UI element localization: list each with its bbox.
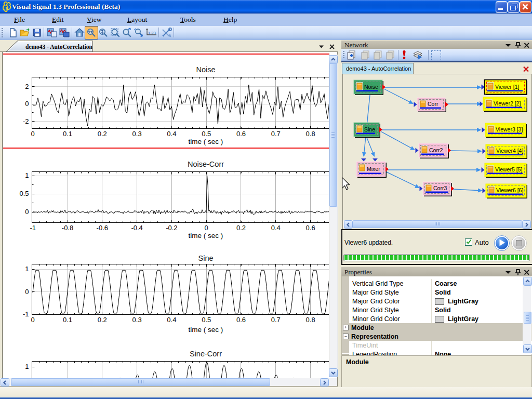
svg-text:1: 1: [25, 171, 29, 179]
svg-text:0.6: 0.6: [236, 130, 246, 138]
svg-text:Sine-Corr: Sine-Corr: [190, 350, 222, 358]
svg-text:Sine: Sine: [364, 126, 375, 132]
svg-text:0.4: 0.4: [271, 224, 281, 232]
svg-text:Mixer: Mixer: [367, 166, 380, 172]
svg-text:0.2: 0.2: [236, 224, 246, 232]
svg-text:1: 1: [25, 363, 29, 370]
svg-text:0.1: 0.1: [63, 316, 72, 324]
svg-text:time ( sec ): time ( sec ): [189, 138, 223, 145]
svg-text:0: 0: [31, 130, 35, 138]
svg-text:0.5: 0.5: [202, 130, 211, 138]
svg-text:0.3: 0.3: [132, 316, 142, 324]
svg-text:0.3: 0.3: [132, 130, 142, 138]
svg-text:Viewer3 [3]: Viewer3 [3]: [496, 126, 523, 132]
svg-text:0.4: 0.4: [167, 316, 176, 324]
svg-text:Corr3: Corr3: [433, 185, 447, 191]
svg-text:Corr2: Corr2: [429, 147, 443, 153]
svg-text:0.1: 0.1: [63, 130, 72, 138]
svg-text:0.6: 0.6: [306, 224, 315, 232]
svg-text:-0.6: -0.6: [97, 224, 108, 232]
svg-text:0.5: 0.5: [202, 316, 211, 324]
svg-text:0.7: 0.7: [271, 316, 281, 324]
svg-text:0.8: 0.8: [306, 316, 315, 324]
svg-text:Viewer4 [4]: Viewer4 [4]: [496, 148, 523, 154]
svg-text:-0.8: -0.8: [62, 224, 73, 232]
svg-text:Noise: Noise: [364, 84, 378, 90]
svg-text:0: 0: [205, 224, 208, 232]
svg-text:0.4: 0.4: [167, 130, 176, 138]
svg-text:0: 0: [25, 100, 29, 108]
svg-text:-1: -1: [30, 224, 36, 232]
svg-text:0: 0: [31, 316, 35, 324]
svg-text:-2: -2: [23, 117, 29, 125]
svg-text:Corr: Corr: [428, 101, 438, 107]
svg-text:-1: -1: [23, 310, 29, 318]
svg-text:0.2: 0.2: [98, 316, 107, 324]
svg-text:Viewer5 [5]: Viewer5 [5]: [495, 166, 522, 172]
svg-text:0: 0: [25, 208, 29, 216]
svg-text:0.8: 0.8: [306, 130, 315, 138]
svg-text:Viewer [1]: Viewer [1]: [495, 84, 520, 90]
svg-text:Viewer2 [2]: Viewer2 [2]: [494, 100, 521, 107]
svg-text:-0.2: -0.2: [166, 224, 177, 232]
svg-text:Viewer6 [6]: Viewer6 [6]: [496, 187, 523, 193]
svg-text:Noise-Corr: Noise-Corr: [188, 160, 224, 168]
svg-text:0.7: 0.7: [271, 130, 281, 138]
svg-text:2: 2: [25, 83, 29, 90]
svg-text:1: 1: [25, 265, 29, 273]
svg-text:0.5: 0.5: [19, 190, 29, 197]
svg-text:time ( sec ): time ( sec ): [189, 326, 223, 334]
svg-text:Sine: Sine: [198, 254, 213, 262]
svg-text:1.23: 1.23: [148, 31, 156, 35]
svg-text:Noise: Noise: [196, 65, 215, 74]
svg-text:0.2: 0.2: [98, 130, 107, 138]
svg-text:0: 0: [25, 288, 29, 296]
svg-text:time ( sec ): time ( sec ): [189, 232, 223, 240]
svg-text:0.6: 0.6: [236, 316, 246, 324]
svg-text:-0.4: -0.4: [131, 224, 142, 232]
